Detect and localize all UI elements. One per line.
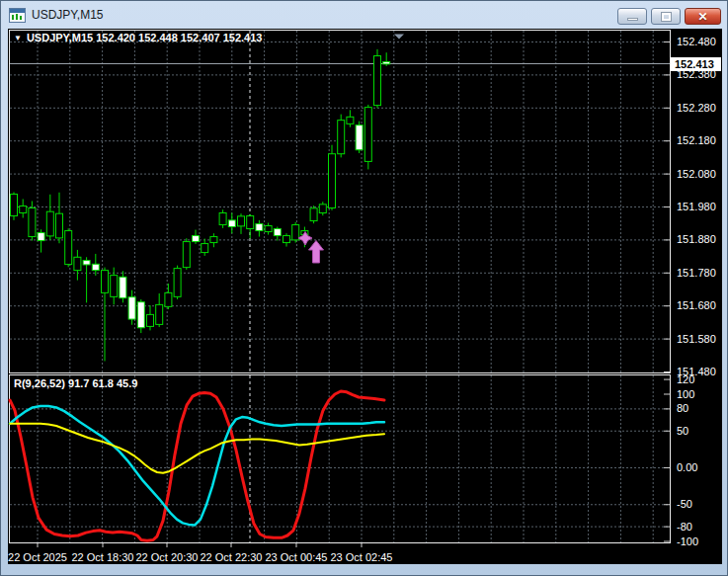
indicator-tick-label: -80 <box>677 521 692 533</box>
candle-body <box>219 213 226 225</box>
candle-body <box>364 108 371 162</box>
candle-body <box>383 62 390 64</box>
buy-arrow-marker[interactable] <box>309 241 324 264</box>
price-tick-label: 152.280 <box>677 102 716 114</box>
candle-body <box>310 208 317 221</box>
candle-body <box>147 314 154 326</box>
minimize-icon <box>627 18 638 21</box>
candle-body <box>374 56 381 106</box>
candle-body <box>29 208 36 237</box>
close-icon: ✕ <box>697 11 707 23</box>
price-and-indicator-plot[interactable] <box>8 29 722 564</box>
indicator-line-R-mid <box>10 406 384 526</box>
candle-body <box>347 117 354 123</box>
candle-body <box>183 242 190 268</box>
candle-body <box>292 225 299 240</box>
indicator-name-label: R(9,26,52) 91.7 61.8 45.9 <box>14 377 137 389</box>
price-tick-label: 151.880 <box>677 233 716 245</box>
minimize-button[interactable] <box>617 8 647 25</box>
price-tick-label: 151.680 <box>677 299 716 311</box>
indicator-tick-label: 80 <box>677 402 688 414</box>
candle-body <box>137 302 144 328</box>
candle-body <box>329 154 336 208</box>
window-titlebar[interactable]: USDJPY,M15 ✕ <box>1 1 727 29</box>
time-tick-label: 23 Oct 02:45 <box>331 551 393 563</box>
price-tick-label: 152.080 <box>677 168 716 180</box>
candle-body <box>74 257 81 270</box>
ohlc-header-text: USDJPY,M15 152.420 152.448 152.407 152.4… <box>27 32 263 43</box>
candle-body <box>247 216 254 229</box>
candle-body <box>283 236 290 243</box>
candle-body <box>92 264 99 270</box>
candle-body <box>210 237 217 243</box>
price-tick-label: 151.980 <box>677 201 716 212</box>
candle-body <box>83 261 90 265</box>
candle-body <box>65 231 72 265</box>
price-tick-label: 151.780 <box>677 267 716 279</box>
indicator-tick-label: -50 <box>677 498 692 510</box>
candle-body <box>102 271 109 293</box>
candle-body <box>174 269 181 297</box>
indicator-tick-label: -100 <box>677 535 698 547</box>
ohlc-header: ▼USDJPY,M15 152.420 152.448 152.407 152.… <box>14 32 262 43</box>
candle-body <box>20 206 27 212</box>
price-panel-border <box>10 31 671 373</box>
candle-body <box>256 224 263 231</box>
candle-body <box>156 304 163 324</box>
candle-body <box>193 236 200 242</box>
candle-body <box>319 205 326 213</box>
time-tick-label: 22 Oct 18:30 <box>72 551 134 563</box>
candle-body <box>46 211 53 236</box>
candle-body <box>11 194 18 215</box>
candle-body <box>265 226 272 232</box>
window-title: USDJPY,M15 <box>32 8 103 22</box>
candle-body <box>128 297 135 319</box>
chart-window-icon <box>9 8 26 23</box>
shift-marker-triangle <box>394 35 404 40</box>
candle-body <box>356 125 363 150</box>
chart-client-area[interactable]: ▼USDJPY,M15 152.420 152.448 152.407 152.… <box>8 29 722 564</box>
price-tick-label: 151.580 <box>677 333 716 345</box>
indicator-tick-label: 120 <box>677 373 694 385</box>
candle-body <box>274 229 281 236</box>
candle-body <box>338 121 345 154</box>
indicator-tick-label: 0.00 <box>677 461 697 473</box>
time-tick-label: 23 Oct 00:45 <box>266 551 328 563</box>
candle-body <box>202 244 208 253</box>
price-tick-label: 152.180 <box>677 134 716 146</box>
indicator-tick-label: 100 <box>677 388 694 400</box>
candle-body <box>56 213 63 238</box>
indicator-panel-border <box>10 375 671 543</box>
time-tick-label: 22 Oct 20:30 <box>136 551 199 563</box>
restore-button[interactable] <box>651 8 681 25</box>
mt4-chart-window: USDJPY,M15 ✕ ▼USDJPY,M15 152.420 152.448… <box>0 0 728 576</box>
time-tick-label: 22 Oct 2025 <box>8 551 67 563</box>
indicator-tick-label: 50 <box>677 425 688 437</box>
current-price-label: 152.413 <box>671 57 721 71</box>
candle-body <box>238 216 245 226</box>
candle-body <box>120 277 126 297</box>
candle-body <box>165 292 172 306</box>
candle-body <box>111 276 118 297</box>
candle-body <box>38 233 44 241</box>
restore-icon <box>662 13 671 21</box>
window-controls: ✕ <box>617 8 721 25</box>
time-tick-label: 22 Oct 22:30 <box>201 551 263 563</box>
candle-body <box>228 220 235 227</box>
star-marker[interactable] <box>298 232 312 246</box>
price-tick-label: 152.480 <box>677 36 716 47</box>
close-button[interactable]: ✕ <box>685 8 721 25</box>
collapse-chevron-icon[interactable]: ▼ <box>14 34 22 42</box>
